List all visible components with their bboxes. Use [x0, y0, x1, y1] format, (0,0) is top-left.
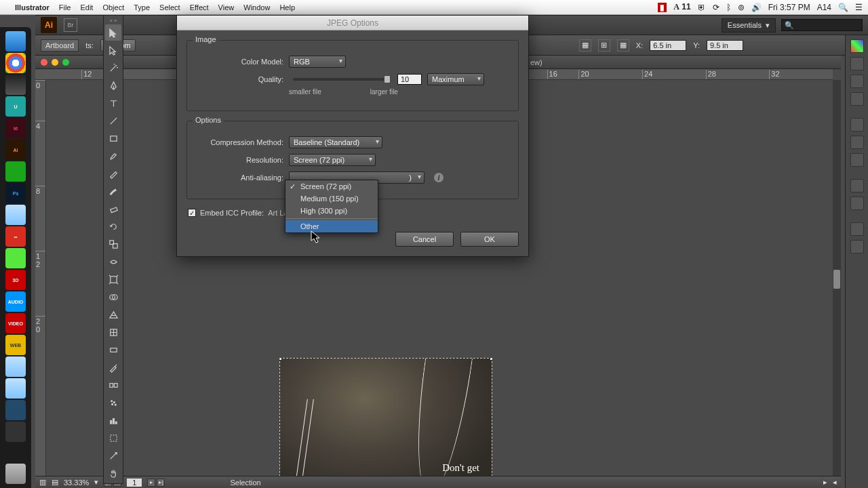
next-artboard-button[interactable]: ▸	[147, 479, 155, 487]
artboard-align-icon[interactable]: ⊞	[598, 39, 610, 52]
panel-graphic-styles-icon[interactable]	[850, 197, 864, 210]
shape-builder-tool[interactable]	[105, 289, 121, 305]
user[interactable]: A14	[817, 3, 831, 12]
resolution-select[interactable]: Screen (72 ppi)	[289, 154, 376, 166]
dock-video[interactable]: VIDEO	[5, 313, 26, 333]
dock-audio[interactable]: AUDIO	[5, 291, 26, 312]
dock-app3[interactable]	[5, 161, 26, 182]
dock-app5[interactable]	[5, 422, 26, 442]
menu-window[interactable]: Window	[243, 3, 270, 12]
resolution-option-screen[interactable]: Screen (72 ppi)	[285, 180, 378, 192]
vertical-ruler[interactable]: 0 4 8 1 2 2 0	[35, 80, 46, 477]
dock-folder1[interactable]	[5, 205, 26, 225]
dock-folder3[interactable]	[5, 378, 26, 399]
quality-slider[interactable]	[293, 78, 388, 81]
dock-trash[interactable]	[5, 464, 26, 484]
dock-office[interactable]	[5, 248, 26, 268]
pencil-tool[interactable]	[105, 165, 121, 182]
dock-app2[interactable]: U	[5, 96, 26, 117]
y-input[interactable]	[707, 40, 743, 51]
timemachine-icon[interactable]: ⟳	[713, 3, 719, 12]
notification-center-icon[interactable]: ☰	[855, 3, 863, 12]
minimize-window-button[interactable]	[52, 59, 58, 66]
dock-3d[interactable]: 3D	[5, 270, 26, 290]
resolution-option-medium[interactable]: Medium (150 ppi)	[285, 192, 378, 205]
artwork-selection[interactable]: Don't get caught in the web	[279, 358, 492, 488]
dock-folder2[interactable]	[5, 357, 26, 377]
line-tool[interactable]	[105, 113, 121, 129]
width-tool[interactable]	[105, 253, 121, 270]
panel-color-icon[interactable]	[850, 39, 864, 53]
column-graph-tool[interactable]	[105, 412, 121, 428]
dock-creativecloud[interactable]: ∞	[5, 226, 26, 247]
menu-edit[interactable]: Edit	[80, 3, 93, 12]
dock-chrome[interactable]	[5, 53, 26, 73]
menu-effect[interactable]: Effect	[190, 3, 209, 12]
artboard-number[interactable]: 1	[127, 479, 142, 487]
vertical-scrollbar[interactable]	[833, 80, 841, 477]
perspective-tool[interactable]	[105, 306, 121, 323]
menu-view[interactable]: View	[218, 3, 235, 12]
gradient-tool[interactable]	[105, 342, 121, 358]
eyedropper-tool[interactable]	[105, 359, 121, 375]
hscroll-right[interactable]: ◂	[833, 478, 837, 487]
adobe-notif-icon[interactable]: A 11	[673, 2, 690, 12]
panel-gradient-icon[interactable]	[850, 136, 864, 149]
zoom-window-button[interactable]	[62, 59, 69, 66]
menu-select[interactable]: Select	[159, 3, 180, 12]
dock-indesign[interactable]: Id	[5, 118, 26, 138]
cancel-button[interactable]: Cancel	[395, 232, 454, 247]
direct-selection-tool[interactable]	[105, 42, 121, 58]
artboard-opts-icon[interactable]: ▦	[579, 39, 591, 52]
dock-illustrator[interactable]: Ai	[5, 140, 26, 160]
selection-tool[interactable]	[105, 24, 121, 41]
panel-grip[interactable]: « »	[104, 17, 123, 24]
compression-select[interactable]: Baseline (Standard)	[289, 136, 382, 148]
volume-icon[interactable]: 🔊	[751, 3, 762, 12]
dock-app4[interactable]	[5, 400, 26, 420]
clock[interactable]: Fri 3:57 PM	[768, 3, 810, 12]
panel-stroke-icon[interactable]	[850, 118, 864, 131]
adobe-status-icon[interactable]: ▮	[658, 3, 667, 12]
mesh-tool[interactable]	[105, 324, 121, 340]
menu-object[interactable]: Object	[102, 3, 124, 12]
shield-icon[interactable]: ⛨	[698, 3, 706, 12]
panel-symbols-icon[interactable]	[850, 92, 864, 106]
last-artboard-button[interactable]: ▸|	[157, 479, 165, 487]
bluetooth-icon[interactable]: ᛒ	[726, 3, 731, 12]
panel-transparency-icon[interactable]	[850, 153, 864, 167]
artboard-grid-icon[interactable]: ▦	[617, 39, 629, 52]
scale-tool[interactable]	[105, 236, 121, 252]
blend-tool[interactable]	[105, 377, 121, 393]
resolution-option-other[interactable]: Other	[285, 220, 378, 232]
quality-input[interactable]	[397, 74, 422, 85]
paintbrush-tool[interactable]	[105, 148, 121, 164]
type-tool[interactable]	[105, 95, 121, 111]
panel-swatches-icon[interactable]	[850, 57, 864, 70]
spotlight-icon[interactable]: 🔍	[838, 3, 848, 12]
rectangle-tool[interactable]	[105, 130, 121, 146]
symbol-sprayer-tool[interactable]	[105, 394, 121, 411]
panel-appearance-icon[interactable]	[850, 179, 864, 192]
close-window-button[interactable]	[41, 59, 47, 66]
quality-preset-select[interactable]: Maximum	[427, 73, 484, 85]
slice-tool[interactable]	[105, 447, 121, 464]
panel-brushes-icon[interactable]	[850, 75, 864, 88]
x-input[interactable]	[650, 40, 686, 51]
app-name[interactable]: Illustrator	[15, 3, 50, 12]
info-icon[interactable]: i	[434, 173, 443, 182]
menu-type[interactable]: Type	[134, 3, 150, 12]
eraser-tool[interactable]	[105, 201, 121, 217]
rotate-tool[interactable]	[105, 218, 121, 235]
artboard-tool[interactable]	[105, 430, 121, 446]
dock-finder[interactable]	[5, 31, 26, 52]
panel-layers-icon[interactable]	[850, 222, 864, 236]
dock-app1[interactable]	[5, 75, 26, 95]
color-model-select[interactable]: RGB	[289, 56, 346, 68]
zoom-level[interactable]: 33.33%	[64, 479, 89, 487]
pen-tool[interactable]	[105, 77, 121, 94]
wifi-icon[interactable]: ⊚	[738, 3, 745, 12]
ok-button[interactable]: OK	[460, 232, 519, 247]
help-search[interactable]: 🔍	[781, 19, 863, 31]
resolution-option-high[interactable]: High (300 ppi)	[285, 205, 378, 217]
